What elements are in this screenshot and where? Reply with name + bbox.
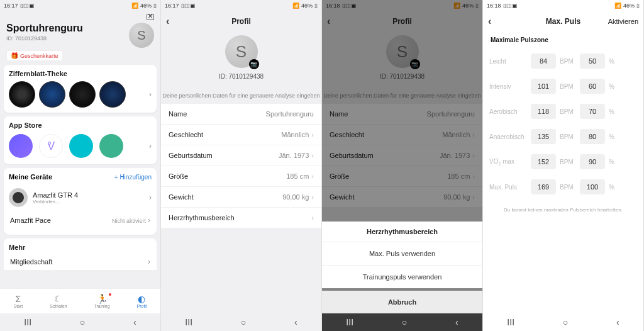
- tab-sleep[interactable]: ☾Schlafen: [50, 295, 67, 308]
- gift-card-chip[interactable]: 🎁Geschenkkarte: [6, 50, 63, 61]
- recents-icon[interactable]: III: [346, 317, 353, 327]
- pct-value[interactable]: 100: [580, 179, 605, 194]
- chevron-right-icon[interactable]: ›: [149, 142, 152, 150]
- android-navbar: III ○ ‹: [0, 313, 160, 331]
- pct-value[interactable]: 70: [580, 104, 605, 119]
- add-device-link[interactable]: + Hinzufügen: [114, 174, 152, 181]
- home-icon[interactable]: ○: [563, 317, 568, 327]
- devices-title: Meine Geräte: [9, 173, 52, 181]
- app-icon[interactable]: [69, 134, 93, 158]
- row-heartrate-zone[interactable]: Herzrhythmusbereich›: [161, 208, 321, 228]
- sheet-option-trainingpulse[interactable]: Trainungspuls verwenden: [322, 265, 482, 288]
- bpm-value[interactable]: 152: [531, 154, 556, 169]
- android-navbar: III ○ ‹: [483, 313, 643, 331]
- sheet-cancel[interactable]: Abbruch: [322, 291, 482, 313]
- screen-maxpulse: 16:18▯◫▣ 📶46%▯ ‹ Max. Puls Aktivieren Ma…: [483, 0, 644, 331]
- bpm-value[interactable]: 169: [531, 179, 556, 194]
- device-status: Verbinden…: [33, 199, 78, 205]
- zone-row-anaerobic: Anaerobisch135BPM80%: [483, 124, 643, 149]
- mail-icon[interactable]: [147, 14, 154, 20]
- watchface-item[interactable]: [39, 81, 65, 108]
- device-name: Amazfit GTR 4: [33, 191, 78, 199]
- bpm-value[interactable]: 84: [531, 53, 556, 69]
- avatar[interactable]: S: [129, 23, 154, 48]
- section-title: Maximale Pulszone: [483, 31, 643, 48]
- tab-bar: ΣStart ☾Schlafen 🏃Training ◐Profil: [0, 288, 160, 313]
- status-icons: ▯◫▣: [20, 3, 35, 9]
- row-gender[interactable]: GeschlechtMännlich›: [161, 125, 321, 145]
- row-height[interactable]: Größe185 cm›: [161, 166, 321, 187]
- back-button[interactable]: ‹: [166, 16, 169, 27]
- back-icon[interactable]: ‹: [616, 317, 619, 327]
- row-weight[interactable]: Gewicht90,00 kg›: [161, 187, 321, 208]
- recents-icon[interactable]: III: [185, 317, 192, 327]
- home-icon[interactable]: ○: [241, 317, 246, 327]
- bpm-value[interactable]: 135: [531, 129, 556, 144]
- zone-row-vo2max: VO2 max152BPM90%: [483, 149, 643, 174]
- user-id: ID: 7010129438: [6, 35, 83, 42]
- app-icon[interactable]: [9, 134, 33, 158]
- tab-start[interactable]: ΣStart: [13, 295, 23, 308]
- watchfaces-card: Ziffernblatt-Theke ›: [4, 65, 157, 113]
- action-sheet: Herzrhythmusbereich Max. Puls verwenden …: [322, 222, 482, 313]
- back-icon[interactable]: ‹: [133, 317, 136, 327]
- tab-profile[interactable]: ◐Profil: [137, 295, 147, 308]
- pct-value[interactable]: 60: [580, 79, 605, 94]
- camera-icon[interactable]: 📷: [249, 59, 259, 69]
- pct-value[interactable]: 90: [580, 154, 605, 169]
- header: ‹ Profil: [161, 11, 321, 31]
- row-name[interactable]: NameSportuhrenguru: [161, 104, 321, 125]
- chevron-right-icon: ›: [148, 216, 150, 225]
- device-row[interactable]: Amazfit GTR 4 Verbinden… ›: [9, 184, 152, 211]
- zone-row-intensive: Intensiv101BPM60%: [483, 74, 643, 99]
- gift-icon: 🎁: [11, 52, 18, 59]
- watchface-item[interactable]: [69, 81, 96, 108]
- moon-icon: ☾: [54, 295, 62, 303]
- sigma-icon: Σ: [16, 295, 21, 303]
- appstore-title: App Store: [9, 121, 152, 129]
- sheet-option-maxpulse[interactable]: Max. Puls verwenden: [322, 242, 482, 265]
- user-id: ID: 7010129438: [219, 73, 264, 80]
- sheet-title: Herzrhythmusbereich: [322, 222, 482, 242]
- bpm-value[interactable]: 118: [531, 104, 556, 119]
- more-item[interactable]: Mitgliedschaft ›: [9, 255, 152, 269]
- home-icon[interactable]: ○: [402, 317, 407, 327]
- app-icon[interactable]: [99, 134, 123, 158]
- avatar[interactable]: S📷: [225, 35, 258, 68]
- android-navbar: III ○ ‹: [161, 313, 321, 331]
- signal-icon: 📶: [131, 3, 138, 9]
- back-button[interactable]: ‹: [488, 16, 491, 27]
- page-title: Profil: [231, 17, 251, 26]
- activate-link[interactable]: Aktivieren: [608, 18, 638, 25]
- back-icon[interactable]: ‹: [294, 317, 297, 327]
- device-name: Amazfit Pace: [10, 216, 51, 224]
- status-bar: 16:17▯◫▣ 📶46%▯: [161, 0, 321, 11]
- bpm-value[interactable]: 101: [531, 79, 556, 94]
- screen-home: 16:17▯◫▣ 📶46%▯ Sportuhrenguru ID: 701012…: [0, 0, 161, 331]
- chevron-right-icon: ›: [148, 257, 150, 266]
- device-status: Nicht aktiviert: [112, 218, 146, 224]
- pct-value[interactable]: 50: [580, 53, 605, 69]
- tab-training[interactable]: 🏃Training: [94, 295, 110, 308]
- watchface-item[interactable]: [99, 81, 126, 108]
- home-icon[interactable]: ○: [80, 317, 85, 327]
- row-birthdate[interactable]: GeburtsdatumJän. 1973›: [161, 145, 321, 166]
- status-bar: 16:18▯◫▣ 📶46%▯: [483, 0, 643, 11]
- recents-icon[interactable]: III: [24, 317, 31, 327]
- device-row[interactable]: Amazfit Pace Nicht aktiviert ›: [9, 211, 152, 230]
- back-icon[interactable]: ‹: [455, 317, 458, 327]
- watchfaces-row[interactable]: ›: [9, 81, 152, 108]
- more-title: Mehr: [9, 244, 152, 251]
- chevron-right-icon[interactable]: ›: [149, 90, 152, 99]
- android-navbar: III ○ ‹: [322, 313, 482, 331]
- watchface-item[interactable]: [9, 81, 35, 108]
- hint-text: Deine persönlichen Daten für eine genaue…: [161, 86, 321, 104]
- app-icon[interactable]: ᕓ: [39, 134, 63, 158]
- recents-icon[interactable]: III: [507, 317, 514, 327]
- screen-profile: 16:17▯◫▣ 📶46%▯ ‹ Profil S📷 ID: 701012943…: [161, 0, 322, 331]
- appstore-row[interactable]: ᕓ ›: [9, 133, 152, 159]
- zone-row-light: Leicht84BPM50%: [483, 48, 643, 74]
- pct-value[interactable]: 80: [580, 129, 605, 144]
- devices-card: Meine Geräte + Hinzufügen Amazfit GTR 4 …: [4, 168, 157, 235]
- chevron-right-icon: ›: [149, 193, 152, 202]
